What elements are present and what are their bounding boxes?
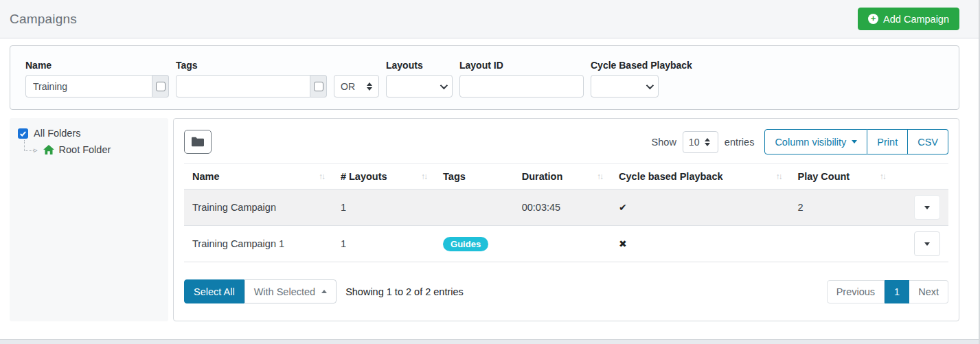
column-header-duration[interactable]: Duration ↑↓ xyxy=(514,164,611,190)
cell-duration xyxy=(514,226,611,262)
layouts-filter-group: Layouts xyxy=(386,60,453,98)
folder-toggle-button[interactable] xyxy=(184,130,212,154)
root-folder-label: Root Folder xyxy=(59,144,111,155)
tags-filter-checkbox[interactable] xyxy=(314,82,323,91)
datatable-buttons: Column visibility Print CSV xyxy=(764,129,948,154)
name-filter-checkbox[interactable] xyxy=(156,82,166,91)
root-folder-item[interactable]: ▹ Root Folder xyxy=(24,144,160,155)
entries-label: entries xyxy=(725,137,755,148)
column-visibility-label: Column visibility xyxy=(775,137,846,148)
cycle-playback-filter-group: Cycle Based Playback xyxy=(591,60,692,98)
all-folders-label: All Folders xyxy=(34,128,81,139)
chevron-down-icon xyxy=(440,81,448,89)
tags-filter-input[interactable] xyxy=(176,75,310,98)
cycle-playback-select[interactable] xyxy=(591,75,659,98)
stepper-icon xyxy=(705,138,710,146)
select-all-button[interactable]: Select All xyxy=(184,279,244,303)
sort-icon: ↑↓ xyxy=(319,172,324,181)
tags-filter-label: Tags xyxy=(176,60,327,71)
page-header: Campaigns + Add Campaign xyxy=(0,0,979,38)
campaigns-page: Campaigns + Add Campaign Name Tags xyxy=(0,0,980,344)
column-header-tags: Tags xyxy=(435,164,514,190)
campaigns-table: Name ↑↓ # Layouts ↑↓ Tags Duration ↑↓ xyxy=(184,163,948,262)
cell-name: Training Campaign xyxy=(184,190,332,226)
layouts-select[interactable] xyxy=(386,75,453,98)
page-title: Campaigns xyxy=(10,12,77,27)
folder-icon xyxy=(192,137,204,147)
cell-play-count: 2 xyxy=(789,190,893,226)
stepper-icon xyxy=(367,82,372,91)
cell-layouts: 1 xyxy=(332,190,435,226)
column-visibility-button[interactable]: Column visibility xyxy=(764,129,867,154)
cell-tags xyxy=(435,190,514,226)
add-campaign-label: Add Campaign xyxy=(883,14,949,25)
tag-badge: Guides xyxy=(443,237,488,251)
cell-layouts: 1 xyxy=(332,226,435,262)
name-filter-input[interactable] xyxy=(25,75,152,98)
sort-icon: ↑↓ xyxy=(421,172,426,181)
name-filter-addon xyxy=(152,75,169,98)
layout-id-filter-label: Layout ID xyxy=(459,60,584,71)
column-header-name[interactable]: Name ↑↓ xyxy=(184,164,332,190)
print-label: Print xyxy=(877,137,898,148)
add-campaign-button[interactable]: + Add Campaign xyxy=(858,8,959,30)
print-button[interactable]: Print xyxy=(867,129,908,154)
cycle-playback-filter-label: Cycle Based Playback xyxy=(591,60,692,71)
column-header-layouts[interactable]: # Layouts ↑↓ xyxy=(332,164,435,190)
cell-play-count xyxy=(789,226,893,262)
caret-up-icon xyxy=(321,290,327,293)
with-selected-label: With Selected xyxy=(254,286,315,297)
name-filter-group: Name xyxy=(25,60,169,98)
plus-circle-icon: + xyxy=(868,14,878,24)
tags-operator-value: OR xyxy=(341,81,355,92)
row-actions-dropdown-button[interactable] xyxy=(914,195,940,220)
pagination-next-button[interactable]: Next xyxy=(909,280,948,303)
caret-down-icon xyxy=(852,140,857,144)
tags-filter-group: Tags xyxy=(176,60,327,98)
home-icon xyxy=(43,145,54,155)
csv-button[interactable]: CSV xyxy=(908,129,948,154)
row-actions-dropdown-button[interactable] xyxy=(914,231,940,256)
pagination: Previous 1 Next xyxy=(827,280,948,303)
layout-id-input[interactable] xyxy=(459,75,584,98)
csv-label: CSV xyxy=(918,137,938,148)
sort-icon: ↑↓ xyxy=(775,172,781,181)
caret-down-icon xyxy=(924,242,930,246)
table-footer: Select All With Selected Showing 1 to 2 … xyxy=(184,279,948,303)
page-length-value: 10 xyxy=(689,137,700,148)
cycle-check-icon: ✔ xyxy=(619,202,627,213)
all-folders-item[interactable]: All Folders xyxy=(18,128,160,139)
pagination-previous-button[interactable]: Previous xyxy=(827,280,885,303)
table-row[interactable]: Training Campaign 1 1 Guides ✖ xyxy=(184,226,948,262)
table-header-row: Name ↑↓ # Layouts ↑↓ Tags Duration ↑↓ xyxy=(184,164,948,190)
showing-entries-text: Showing 1 to 2 of 2 entries xyxy=(345,286,464,297)
name-filter-label: Name xyxy=(25,60,169,71)
tags-operator-group: OR xyxy=(334,75,379,98)
card-toolbar: Show 10 entries Column visibility Print xyxy=(184,129,948,154)
caret-down-icon xyxy=(924,206,930,209)
column-header-play-count[interactable]: Play Count ↑↓ xyxy=(789,164,893,190)
column-header-actions xyxy=(893,164,948,190)
cell-name: Training Campaign 1 xyxy=(184,226,332,262)
sort-icon: ↑↓ xyxy=(880,172,885,181)
folder-tree-panel: All Folders ▹ Root Folder xyxy=(10,118,168,321)
table-row[interactable]: Training Campaign 1 00:03:45 ✔ 2 xyxy=(184,190,948,226)
all-folders-checkbox[interactable] xyxy=(18,128,28,139)
tree-connector xyxy=(24,140,34,151)
with-selected-button[interactable]: With Selected xyxy=(244,279,337,303)
tree-expander-icon[interactable]: ▹ xyxy=(34,146,38,154)
cycle-cross-icon: ✖ xyxy=(619,238,627,249)
campaigns-card: Show 10 entries Column visibility Print xyxy=(173,118,959,321)
column-header-cycle-playback[interactable]: Cycle based Playback ↑↓ xyxy=(611,164,789,190)
show-label: Show xyxy=(652,137,676,148)
layouts-filter-label: Layouts xyxy=(386,60,453,71)
window-bottom-edge xyxy=(0,339,979,344)
check-icon xyxy=(19,130,27,137)
pagination-page-1-button[interactable]: 1 xyxy=(885,280,909,303)
tags-operator-select[interactable]: OR xyxy=(334,75,379,98)
chevron-down-icon xyxy=(646,81,654,89)
page-length-select[interactable]: 10 xyxy=(683,131,718,153)
tags-filter-addon xyxy=(310,75,327,98)
sort-icon: ↑↓ xyxy=(597,172,602,181)
filter-bar: Name Tags OR Layouts xyxy=(10,45,959,110)
